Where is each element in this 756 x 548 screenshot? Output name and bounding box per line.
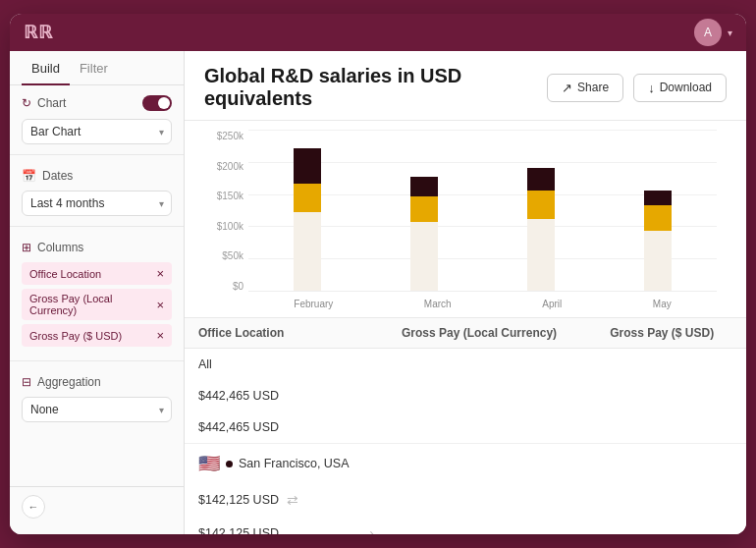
- aggregation-select[interactable]: None Sum Average: [22, 397, 172, 422]
- dates-section: 📅 Dates Last 4 months Last 3 months Last…: [10, 159, 184, 222]
- main-content: Build Filter ↻ Chart Bar Chart Line Char…: [10, 51, 746, 534]
- cell-gross-usd-0: $442,465 USD: [185, 411, 388, 443]
- data-table: Office Location Gross Pay (Local Currenc…: [185, 318, 746, 534]
- bar-segment-2: [527, 168, 555, 191]
- chart-refresh-icon: ↻: [22, 96, 31, 110]
- cell-gross-local-1: $142,125 USD⇄: [185, 483, 388, 517]
- share-button[interactable]: ↗ Share: [547, 74, 623, 102]
- titlebar: ℝℝ A ▾: [10, 14, 746, 51]
- columns-grid-icon: ⊞: [22, 241, 31, 254]
- bar-group-may: [628, 191, 687, 291]
- columns-section-title: ⊞ Columns: [22, 241, 83, 254]
- cell-location-0: All: [185, 349, 388, 380]
- y-axis: $0 $50k $100k $150k $200k $250k: [204, 131, 243, 292]
- table-header-row: Office Location Gross Pay (Local Currenc…: [185, 318, 746, 349]
- remove-gross-local-column[interactable]: ×: [156, 298, 164, 312]
- app-logo: ℝℝ: [24, 22, 53, 43]
- download-button[interactable]: ↓ Download: [633, 74, 727, 102]
- column-tag-office: Office Location ×: [22, 262, 172, 285]
- columns-section: ⊞ Columns Office Location × Gross Pay (L…: [10, 231, 184, 356]
- gross-local-value: $442,465 USD: [198, 389, 279, 403]
- chart-section-title: ↻ Chart: [22, 96, 66, 110]
- bar-segment-0: [294, 212, 321, 291]
- flag-icon: 🇺🇸: [198, 453, 220, 474]
- chart-toggle[interactable]: [142, 95, 172, 111]
- content-area: Global R&D salaries in USD equivalents ↗…: [185, 51, 746, 534]
- currency-exchange-icon: ⇄: [287, 492, 298, 508]
- calendar-icon: 📅: [22, 169, 36, 183]
- user-avatar[interactable]: A: [694, 19, 722, 46]
- remove-office-column[interactable]: ×: [156, 266, 164, 281]
- content-header: Global R&D salaries in USD equivalents ↗…: [185, 51, 746, 121]
- row-expand-arrow[interactable]: ›: [369, 525, 374, 534]
- aggregation-section-title: ⊟ Aggregation: [22, 375, 101, 389]
- location-name: All: [198, 357, 212, 371]
- data-table-section: Office Location Gross Pay (Local Currenc…: [185, 317, 746, 534]
- y-label-50k: $50k: [204, 250, 243, 261]
- bar-segment-1: [294, 184, 321, 212]
- gross-usd-value: $142,125 USD: [198, 526, 279, 534]
- sidebar-tabs: Build Filter: [10, 51, 184, 85]
- bar-segment-1: [410, 196, 438, 222]
- aggregation-icon: ⊟: [22, 375, 31, 389]
- chart-area: $0 $50k $100k $150k $200k $250k February…: [204, 131, 727, 311]
- col-header-gross-usd: Gross Pay ($ USD): [596, 318, 746, 349]
- chart-section-header: ↻ Chart: [22, 95, 172, 111]
- chart-section: ↻ Chart Bar Chart Line Chart Pie Chart: [10, 85, 184, 150]
- download-icon: ↓: [648, 81, 655, 95]
- y-label-0: $0: [204, 281, 243, 292]
- back-button[interactable]: ←: [22, 495, 45, 519]
- column-tag-gross-usd: Gross Pay ($ USD) ×: [22, 324, 172, 347]
- dates-wrapper: Last 4 months Last 3 months Last 6 month…: [22, 191, 172, 216]
- bar-segment-2: [294, 148, 321, 184]
- gross-local-value: $142,125 USD: [198, 493, 279, 507]
- titlebar-right: A ▾: [694, 19, 732, 46]
- cell-gross-usd-1: $142,125 USD›: [185, 517, 388, 534]
- avatar-chevron-icon: ▾: [728, 27, 732, 38]
- bar-segment-2: [644, 191, 672, 205]
- share-icon: ↗: [562, 81, 572, 95]
- bar-segment-1: [644, 205, 672, 231]
- x-label-may: May: [653, 299, 672, 309]
- bar-group-april: [512, 168, 570, 291]
- bar-group-march: [395, 177, 454, 291]
- column-tag-gross-local: Gross Pay (Local Currency) ×: [22, 289, 172, 320]
- col-header-gross-local: Gross Pay (Local Currency): [388, 318, 596, 349]
- dates-section-title: 📅 Dates: [22, 169, 73, 183]
- col-header-location: Office Location: [185, 318, 388, 349]
- x-label-march: March: [424, 299, 452, 309]
- x-label-february: February: [294, 299, 333, 309]
- cell-gross-local-0: $442,465 USD: [185, 380, 388, 411]
- columns-section-header: ⊞ Columns: [22, 241, 172, 254]
- y-label-250k: $250k: [204, 131, 243, 141]
- table-row[interactable]: 🇺🇸San Francisco, USA$142,125 USD⇄$142,12…: [185, 444, 746, 535]
- aggregation-wrapper: None Sum Average: [22, 397, 172, 422]
- tab-build[interactable]: Build: [22, 51, 70, 85]
- bar-segment-0: [410, 222, 438, 291]
- chart-type-select[interactable]: Bar Chart Line Chart Pie Chart: [22, 119, 172, 144]
- chart-plot: [248, 131, 717, 292]
- bar-segment-2: [410, 177, 438, 196]
- header-actions: ↗ Share ↓ Download: [547, 74, 727, 102]
- tab-filter[interactable]: Filter: [70, 51, 118, 85]
- bar-group-february: [278, 148, 337, 291]
- bar-segment-1: [527, 191, 555, 219]
- x-axis-labels: February March April May: [248, 299, 717, 309]
- remove-gross-usd-column[interactable]: ×: [156, 328, 164, 343]
- dates-select[interactable]: Last 4 months Last 3 months Last 6 month…: [22, 191, 172, 216]
- dot-indicator: [226, 461, 233, 467]
- sidebar: Build Filter ↻ Chart Bar Chart Line Char…: [10, 51, 185, 534]
- x-label-april: April: [542, 299, 562, 309]
- app-window: ℝℝ A ▾ Build Filter ↻ Chart: [10, 14, 746, 534]
- table-row: All$442,465 USD$442,465 USD: [185, 349, 746, 444]
- bar-segment-0: [527, 219, 555, 291]
- y-label-100k: $100k: [204, 221, 243, 232]
- dates-section-header: 📅 Dates: [22, 169, 172, 183]
- sidebar-bottom: ←: [10, 486, 184, 526]
- chart-type-wrapper: Bar Chart Line Chart Pie Chart: [22, 119, 172, 144]
- aggregation-section: ⊟ Aggregation None Sum Average: [10, 365, 184, 428]
- gross-usd-value: $442,465 USD: [198, 420, 279, 434]
- chart-container: $0 $50k $100k $150k $200k $250k February…: [185, 121, 746, 317]
- aggregation-section-header: ⊟ Aggregation: [22, 375, 172, 389]
- bar-segment-0: [644, 231, 672, 291]
